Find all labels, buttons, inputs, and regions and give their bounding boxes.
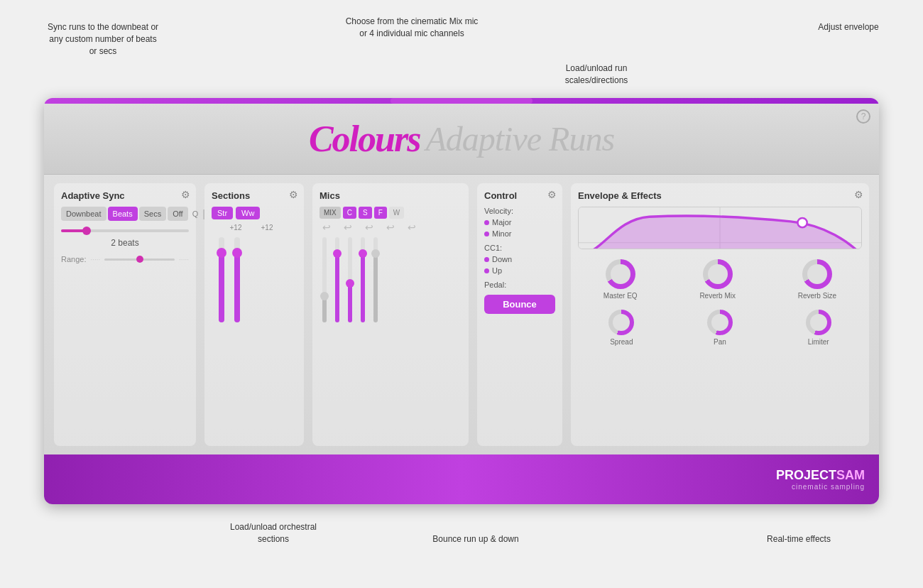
envelope-gear-icon[interactable]: ⚙	[854, 189, 863, 200]
knob-reverb-mix-label: Reverb Mix	[699, 292, 736, 300]
knob-spread-control[interactable]	[608, 310, 634, 335]
mic-fader-s-thumb[interactable]	[346, 279, 354, 288]
sync-buttons-row: Downbeat Beats Secs Off Q |	[61, 207, 189, 221]
sections-panel-title: Sections	[212, 190, 297, 201]
outer-wrapper: Sync runs to the downbeat or any custom …	[0, 0, 923, 588]
mic-fader-mix[interactable]	[322, 237, 327, 322]
panel-control: Control ⚙ Velocity: Major Minor CC1: Dow…	[477, 183, 562, 446]
logo-adaptive: Adaptive Runs	[425, 119, 614, 158]
control-cc1-down[interactable]: Down	[484, 255, 555, 263]
mics-panel-title: Mics	[320, 190, 462, 201]
bounce-button[interactable]: Bounce	[484, 295, 555, 314]
mic-fader-s[interactable]	[348, 237, 352, 322]
section-label-str: +12	[222, 224, 250, 232]
sync-btn-downbeat[interactable]: Downbeat	[61, 207, 106, 221]
annotation-loadscales: Load/unload run scales/directions	[547, 62, 646, 87]
env-knobs-row2: Spread Pan Limiter	[578, 310, 862, 346]
section-label-ww: +12	[253, 224, 281, 232]
sync-slider-row	[61, 229, 189, 232]
mic-fader-mix-thumb[interactable]	[320, 292, 329, 300]
panel-sections: Sections ⚙ Str Ww +12 +12	[204, 183, 304, 446]
mic-fader-s-fill	[348, 284, 352, 322]
mic-icon-mix: ↩	[322, 222, 331, 233]
section-btn-str[interactable]: Str	[212, 207, 233, 219]
section-fader-1[interactable]	[219, 237, 224, 322]
range-label: Range:	[61, 255, 86, 263]
mic-fader-f[interactable]	[361, 237, 365, 322]
mic-fader-f-fill	[361, 254, 365, 322]
sections-faders-row	[212, 237, 297, 322]
annotation-sync: Sync runs to the downbeat or any custom …	[46, 21, 160, 57]
panel-mics: Mics MIX C S F W ↩ ↩ ↩ ↩ ↩	[312, 183, 469, 446]
control-pedal-section: Pedal: Bounce	[484, 281, 555, 314]
mic-btn-c[interactable]: C	[343, 207, 356, 219]
section-fader-2-fill	[234, 254, 240, 322]
mic-btn-mix[interactable]: MIX	[320, 207, 341, 219]
section-buttons-row: Str Ww	[212, 207, 297, 219]
mic-icon-w: ↩	[408, 222, 416, 233]
knob-reverb-size-label: Reverb Size	[798, 292, 836, 300]
mic-fader-w[interactable]	[373, 237, 378, 322]
annotation-sections: Load/unload orchestral sections	[220, 521, 327, 545]
annotation-mic: Choose from the cinematic Mix mic or 4 i…	[341, 16, 483, 40]
sync-btn-beats[interactable]: Beats	[108, 207, 138, 221]
mic-fader-w-thumb[interactable]	[371, 249, 380, 258]
envelope-curve-svg	[579, 207, 861, 249]
cc1-down-dot	[484, 257, 489, 262]
sync-gear-icon[interactable]: ⚙	[181, 189, 190, 200]
control-velocity-minor[interactable]: Minor	[484, 229, 555, 238]
range-slider-thumb[interactable]	[136, 256, 143, 263]
control-velocity-major[interactable]: Major	[484, 218, 555, 227]
logo-colours: Colours	[309, 118, 420, 160]
mic-btn-f[interactable]: F	[374, 207, 387, 219]
mic-btn-s[interactable]: S	[359, 207, 372, 219]
knob-spread-label: Spread	[610, 338, 633, 346]
range-slider[interactable]	[104, 258, 175, 261]
knob-reverb-mix-control[interactable]	[703, 259, 733, 289]
envelope-display	[578, 207, 862, 249]
section-labels-row: +12 +12	[212, 224, 297, 232]
sync-slider[interactable]	[61, 229, 189, 232]
knob-master-eq-control[interactable]	[606, 259, 635, 289]
projectsam-sam: SAM	[836, 468, 865, 482]
plugin-bottom-bar: PROJECTSAM cinematic sampling	[44, 454, 879, 504]
control-gear-icon[interactable]: ⚙	[547, 189, 557, 200]
control-cc1-label: CC1:	[484, 244, 555, 252]
knob-pan-control[interactable]	[707, 310, 733, 335]
sync-slider-thumb[interactable]	[82, 227, 91, 235]
section-fader-2[interactable]	[234, 237, 240, 322]
control-velocity-label: Velocity:	[484, 207, 555, 215]
plugin-container: Colours Adaptive Runs ? Adaptive Sync ⚙ …	[44, 98, 879, 504]
svg-point-3	[797, 218, 807, 227]
help-button[interactable]: ?	[856, 109, 870, 124]
sync-btn-off[interactable]: Off	[168, 207, 187, 221]
mic-btn-w[interactable]: W	[389, 207, 404, 219]
knob-pan: Pan	[707, 310, 733, 346]
velocity-minor-dot	[484, 232, 489, 236]
projectsam-logo: PROJECTSAM cinematic sampling	[776, 468, 865, 491]
sync-beat-label: 2 beats	[61, 238, 189, 248]
envelope-panel-title: Envelope & Effects	[578, 190, 862, 201]
knob-master-eq: Master EQ	[604, 259, 638, 300]
mic-fader-c[interactable]	[335, 237, 339, 322]
velocity-major-dot	[484, 220, 489, 225]
control-pedal-label: Pedal:	[484, 281, 555, 289]
section-fader-1-thumb[interactable]	[217, 248, 226, 258]
knob-reverb-mix: Reverb Mix	[699, 259, 736, 300]
knob-limiter-control[interactable]	[806, 310, 831, 335]
section-btn-ww[interactable]: Ww	[236, 207, 260, 219]
control-cc1-up[interactable]: Up	[484, 266, 555, 275]
sync-q-label: Q	[190, 208, 202, 219]
sync-panel-title: Adaptive Sync	[61, 190, 189, 201]
section-fader-2-thumb[interactable]	[232, 248, 242, 258]
mic-fader-c-thumb[interactable]	[333, 249, 342, 258]
section-fader-1-fill	[219, 254, 224, 322]
panel-adaptive-sync: Adaptive Sync ⚙ Downbeat Beats Secs Off …	[54, 183, 196, 446]
knob-reverb-size-control[interactable]	[802, 259, 832, 289]
range-dot-left: ·····	[90, 256, 100, 263]
mic-fader-f-thumb[interactable]	[359, 249, 367, 258]
mic-icon-s: ↩	[365, 222, 373, 233]
mics-faders-row	[320, 237, 462, 322]
sections-gear-icon[interactable]: ⚙	[289, 189, 298, 200]
sync-btn-secs[interactable]: Secs	[139, 207, 166, 221]
